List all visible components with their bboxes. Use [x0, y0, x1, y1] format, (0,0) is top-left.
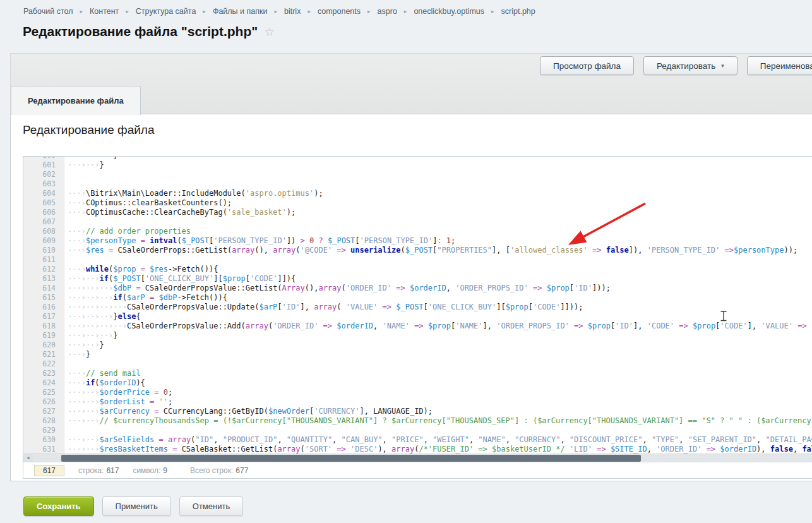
line-number: 615 [23, 293, 64, 303]
line-number: 618 [23, 322, 64, 331]
chevron-right-icon: ▸ [404, 8, 407, 15]
code-text: ···›COptimusCache::ClearCacheByTag('sale… [64, 208, 296, 217]
horizontal-scrollbar[interactable]: ◂ [23, 454, 812, 462]
code-text: ···›$personType = intval($_POST['PERSON_… [64, 236, 455, 246]
line-number: 627 [23, 407, 64, 416]
save-button[interactable]: Сохранить [23, 496, 94, 516]
code-line: 605···›COptimus::clearBasketCounters(); [23, 198, 812, 208]
code-line: 614···›··›··›$dbP = CSaleOrderPropsValue… [23, 284, 812, 293]
breadcrumb-item[interactable]: Структура сайта [136, 7, 196, 16]
code-lines: 600···›··›··›}601···›··›}602603604···›\B… [23, 157, 812, 454]
breadcrumb-item[interactable]: Контент [90, 7, 119, 16]
chevron-right-icon: ▸ [126, 8, 129, 15]
line-number: 624 [23, 378, 64, 388]
favorite-star-icon[interactable]: ☆ [264, 25, 275, 39]
cancel-button[interactable]: Отменить [179, 496, 243, 516]
line-number: 621 [23, 350, 64, 359]
code-line: 618···›··›··›··›CSaleOrderPropsValue::Ad… [23, 322, 812, 331]
code-line: 627···›··›$arCurrency = CCurrencyLang::G… [23, 407, 812, 416]
code-text: ···›··›} [64, 160, 104, 170]
line-number: 628 [23, 416, 64, 426]
button-label: Редактировать [657, 61, 715, 71]
chevron-down-icon: ▾ [721, 63, 724, 69]
line-number: 616 [23, 303, 64, 312]
breadcrumb-item[interactable]: aspro [378, 7, 397, 16]
code-line: 620···›··›} [23, 340, 812, 350]
content-panel: Редактирование файла 600···›··›··›}601··… [10, 114, 812, 481]
view-file-button[interactable]: Просмотр файла [540, 56, 634, 75]
toolbar: Просмотр файлаРедактировать▾Переименоват… [540, 56, 812, 75]
breadcrumb-item[interactable]: components [318, 7, 361, 16]
line-number: 613 [23, 274, 64, 284]
line-number: 629 [23, 426, 64, 435]
tab-file-edit[interactable]: Редактирование файла [11, 86, 141, 115]
line-number: 604 [23, 189, 64, 198]
code-text [64, 217, 68, 227]
section-title: Редактирование файла [23, 123, 154, 137]
line-number: 626 [23, 397, 64, 407]
footer-actions: СохранитьПрименитьОтменить [23, 496, 243, 516]
code-line: 624···›if($orderID){ [23, 378, 812, 388]
line-number: 610 [23, 246, 64, 255]
total-lines-label: Всего строк: [190, 466, 233, 475]
line-value: 617 [106, 466, 119, 475]
code-line: 604···›\Bitrix\Main\Loader::IncludeModul… [23, 189, 812, 198]
line-label: строка: [78, 466, 104, 475]
code-line: 603 [23, 179, 812, 189]
code-text: ···›··›// $currencyThousandsSep = (!$arC… [64, 416, 811, 426]
breadcrumb-item[interactable]: oneclickbuy.optimus [414, 7, 484, 16]
code-line: 629 [23, 426, 812, 435]
code-text [64, 255, 68, 265]
tab-label: Редактирование файла [28, 96, 124, 105]
code-text [64, 170, 68, 179]
code-text: ···›while($prop = $res->Fetch()){ [64, 265, 218, 274]
rename-button[interactable]: Переименовать [747, 56, 812, 75]
code-text: ···›··›··›··›CSaleOrderPropsValue::Add(a… [64, 322, 807, 331]
code-line: 602 [23, 170, 812, 179]
code-text: ···›··›$orderPrice = 0; [64, 388, 172, 397]
code-line: 613···›··›if($_POST['ONE_CLICK_BUY'][$pr… [23, 274, 812, 284]
code-text: ···›··›··›}else{ [64, 312, 141, 322]
goto-line-input[interactable]: 617 [34, 465, 64, 476]
column-label: символ: [133, 466, 160, 475]
code-line: 601···›··›} [23, 160, 812, 170]
code-text: ···›··›if($_POST['ONE_CLICK_BUY'][$prop[… [64, 274, 296, 284]
breadcrumb: Рабочий стол▸Контент▸Структура сайта▸Фай… [0, 0, 812, 16]
code-line: 608···›// add order properties [23, 227, 812, 236]
breadcrumb-item[interactable]: Рабочий стол [23, 7, 73, 16]
line-number: 619 [23, 331, 64, 340]
code-viewport[interactable]: 600···›··›··›}601···›··›}602603604···›\B… [23, 157, 812, 454]
line-number: 605 [23, 198, 64, 208]
chevron-right-icon: ▸ [307, 8, 311, 15]
code-line: 622 [23, 359, 812, 369]
line-number: 611 [23, 255, 64, 265]
code-line: 621···›} [23, 350, 812, 359]
code-line: 612···›while($prop = $res->Fetch()){ [23, 265, 812, 274]
line-number: 601 [23, 160, 64, 170]
code-line: 631···›··›$resBasketItems = CSaleBasket:… [23, 445, 812, 454]
code-text: ···›··›··›} [64, 331, 117, 340]
code-text: ···›··›$arCurrency = CCurrencyLang::GetB… [64, 407, 433, 416]
code-line: 630···›··›$arSelFields = array("ID", "PR… [23, 435, 812, 445]
editor-status-bar: 617 строка: 617 символ: 9 Всего строк: 6… [23, 462, 812, 478]
apply-button[interactable]: Применить [102, 496, 171, 516]
code-text: ···›// send mail [64, 369, 141, 378]
line-number: 630 [23, 435, 64, 445]
line-number: 606 [23, 208, 64, 217]
code-text: ···›··›··›$dbP = CSaleOrderPropsValue::G… [64, 284, 611, 293]
page-title: Редактирование файла "script.php" [23, 24, 258, 39]
breadcrumb-item[interactable]: Файлы и папки [213, 7, 268, 16]
breadcrumb-item[interactable]: script.php [501, 7, 535, 16]
scrollbar-left-arrow-icon[interactable]: ◂ [23, 454, 33, 462]
edit-button[interactable]: Редактировать▾ [643, 56, 737, 75]
code-text: ···›} [64, 350, 90, 359]
toolbar-band: Просмотр файлаРедактировать▾Переименоват… [10, 53, 812, 114]
code-text [64, 426, 68, 435]
code-line: 617···›··›··›}else{ [23, 312, 812, 322]
code-line: 611 [23, 255, 812, 265]
chevron-right-icon: ▸ [491, 8, 494, 15]
code-text [64, 359, 68, 369]
line-number: 614 [23, 284, 64, 293]
breadcrumb-item[interactable]: bitrix [284, 7, 301, 16]
scrollbar-thumb[interactable] [61, 455, 641, 462]
